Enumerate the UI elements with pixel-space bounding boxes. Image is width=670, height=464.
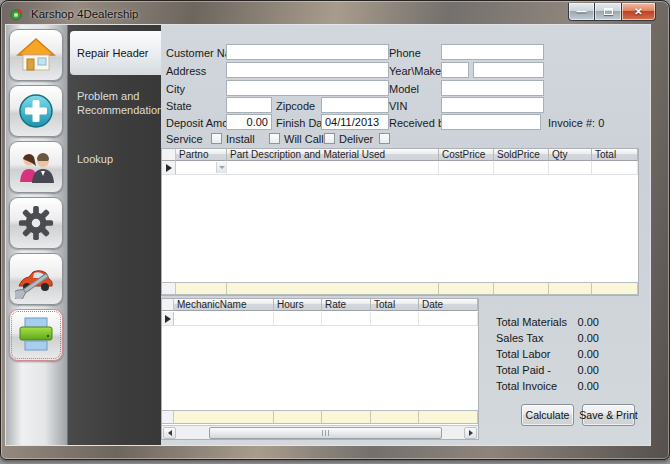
window-title: Karshop 4Dealership — [31, 8, 138, 20]
parts-grid[interactable]: Partno Part Description and Material Use… — [161, 148, 639, 296]
title-bar[interactable]: Karshop 4Dealership — ✕ — [4, 3, 666, 24]
app-logo-icon — [10, 7, 24, 21]
window-controls: — ✕ — [568, 3, 656, 21]
parts-row-soldprice-cell[interactable] — [494, 161, 549, 175]
deposit-amount-input[interactable] — [226, 114, 272, 130]
home-button[interactable] — [9, 29, 63, 81]
will-call-checkbox[interactable] — [269, 133, 280, 144]
tab-problem-recommendations[interactable]: Problem and Recommendations — [77, 89, 159, 117]
desktop: Karshop 4Dealership — ✕ — [0, 0, 670, 464]
labor-row-rate-cell[interactable] — [322, 312, 371, 326]
install-checkbox[interactable] — [211, 133, 222, 144]
chevron-down-icon — [219, 166, 225, 169]
labor-row-hours-cell[interactable] — [274, 312, 322, 326]
install-label: Install — [226, 133, 255, 145]
parts-footer-costprice — [439, 282, 494, 295]
icon-sidebar — [6, 25, 68, 445]
labor-row-date-cell[interactable] — [419, 312, 478, 326]
labor-col-date[interactable]: Date — [419, 299, 478, 311]
city-input[interactable] — [226, 80, 389, 96]
minimize-icon: — — [577, 8, 587, 16]
parts-col-description[interactable]: Part Description and Material Used — [227, 149, 439, 161]
customers-button[interactable] — [9, 141, 63, 193]
customer-name-input[interactable] — [226, 44, 389, 60]
parts-row-total-cell[interactable] — [592, 161, 638, 175]
parts-row-description-cell[interactable] — [227, 161, 439, 175]
app-window: Karshop 4Dealership — ✕ — [0, 0, 670, 460]
zipcode-input[interactable] — [321, 97, 389, 113]
parts-footer-soldprice — [494, 282, 549, 295]
repair-header-page: Customer Name Address City State Zipcode… — [161, 25, 650, 445]
calculate-button[interactable]: Calculate — [521, 404, 574, 426]
year-input[interactable] — [441, 62, 469, 78]
print-button[interactable] — [9, 309, 63, 361]
state-input[interactable] — [226, 97, 272, 113]
settings-button[interactable] — [9, 197, 63, 249]
labor-footer-date — [419, 410, 478, 424]
minimize-button[interactable]: — — [568, 3, 595, 21]
repairs-button[interactable] — [9, 253, 63, 305]
labor-grid[interactable]: MechanicName Hours Rate Total Date — [161, 298, 479, 440]
parts-col-total[interactable]: Total — [592, 149, 638, 161]
tab-repair-header-label: Repair Header — [77, 47, 149, 59]
scroll-left-button[interactable] — [163, 427, 176, 439]
parts-row-costprice-cell[interactable] — [439, 161, 494, 175]
labor-footer-rate — [322, 410, 371, 424]
parts-col-partno[interactable]: Partno — [176, 149, 227, 161]
parts-row-partno-cell[interactable] — [176, 161, 227, 175]
vin-label: VIN — [389, 100, 407, 112]
app-content: Repair Header Problem and Recommendation… — [6, 25, 650, 445]
labor-footer-hours — [274, 410, 322, 424]
labor-col-total[interactable]: Total — [371, 299, 419, 311]
parts-col-costprice[interactable]: CostPrice — [439, 149, 494, 161]
partno-dropdown-button[interactable] — [216, 162, 226, 173]
save-print-button[interactable]: Save & Print — [582, 404, 635, 426]
parts-selector-header — [162, 149, 176, 161]
parts-footer-total — [592, 282, 638, 295]
labor-row-mechanic-cell[interactable] — [174, 312, 274, 326]
labor-row-selector[interactable] — [162, 312, 174, 326]
labor-col-rate[interactable]: Rate — [322, 299, 371, 311]
add-plus-icon — [16, 91, 56, 131]
parts-col-qty[interactable]: Qty — [549, 149, 592, 161]
vin-input[interactable] — [441, 97, 544, 113]
extra-service-checkbox[interactable] — [379, 133, 390, 144]
home-icon — [16, 35, 56, 75]
deliver-checkbox[interactable] — [324, 133, 335, 144]
parts-footer-qty — [549, 282, 592, 295]
tab-lookup-label: Lookup — [77, 153, 113, 165]
will-call-label: Will Call — [284, 133, 324, 145]
address-input[interactable] — [226, 62, 389, 78]
parts-col-soldprice[interactable]: SoldPrice — [494, 149, 549, 161]
current-row-icon — [166, 164, 172, 172]
parts-footer-selector — [162, 282, 176, 295]
parts-row-qty-cell[interactable] — [549, 161, 592, 175]
horizontal-scrollbar[interactable] — [162, 425, 478, 439]
maximize-button[interactable] — [595, 3, 621, 21]
phone-input[interactable] — [441, 44, 544, 60]
model-input[interactable] — [441, 80, 544, 96]
tab-lookup[interactable]: Lookup — [77, 152, 159, 166]
labor-row-total-cell[interactable] — [371, 312, 419, 326]
add-new-button[interactable] — [9, 85, 63, 137]
gear-icon — [17, 204, 55, 242]
labor-col-mechanicname[interactable]: MechanicName — [174, 299, 274, 311]
make-input[interactable] — [473, 62, 544, 78]
total-paid-value: 0.00 — [554, 364, 599, 376]
sales-tax-value: 0.00 — [554, 332, 599, 344]
labor-footer-mechanic — [174, 410, 274, 424]
total-labor-label: Total Labor — [496, 348, 550, 360]
total-invoice-value: 0.00 — [554, 380, 599, 392]
finish-date-input[interactable] — [321, 114, 389, 130]
close-button[interactable]: ✕ — [621, 3, 656, 21]
received-by-input[interactable] — [441, 114, 541, 130]
printer-icon — [16, 315, 56, 355]
tab-repair-header[interactable]: Repair Header — [70, 31, 161, 75]
scrollbar-thumb[interactable] — [209, 427, 442, 439]
arrow-right-icon — [469, 430, 473, 436]
scroll-right-button[interactable] — [464, 427, 477, 439]
address-label: Address — [166, 65, 206, 77]
labor-col-hours[interactable]: Hours — [274, 299, 322, 311]
parts-row-selector[interactable] — [162, 161, 176, 175]
deliver-label: Deliver — [339, 133, 373, 145]
